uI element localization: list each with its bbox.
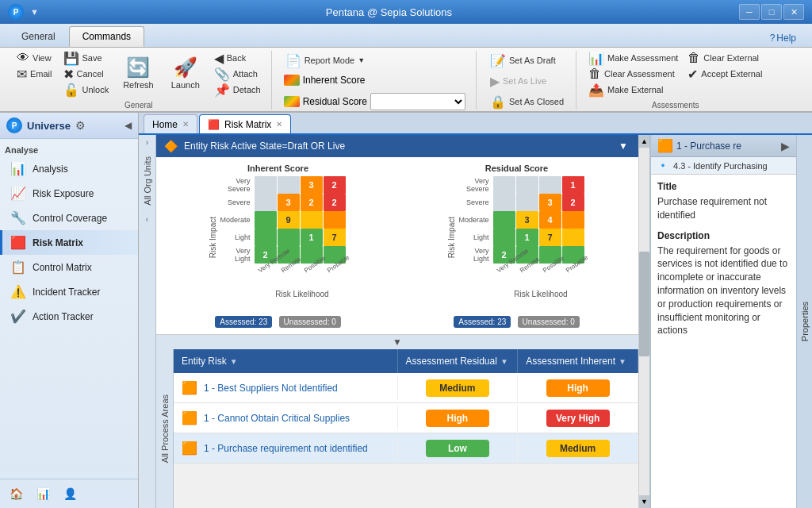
scroll-track[interactable] <box>639 148 649 495</box>
make-external-button[interactable]: 📤 Make External <box>584 83 682 97</box>
res-s-4[interactable]: 2 <box>562 194 584 211</box>
clear-assessment-button[interactable]: 🗑 Clear Assessment <box>584 67 682 81</box>
cell-s-3[interactable]: 2 <box>301 194 323 211</box>
res-s-2[interactable] <box>516 194 538 211</box>
scroll-up-button[interactable]: ▲ <box>639 135 649 148</box>
entity-name-1[interactable]: 1 - Cannot Obtain Critical Supplies <box>204 413 350 424</box>
email-button[interactable]: ✉ Email <box>13 67 56 81</box>
accept-external-button[interactable]: ✔ Accept External <box>684 67 766 81</box>
cell-vs-1[interactable] <box>255 176 277 194</box>
back-button[interactable]: ◀ Back <box>210 51 265 65</box>
expand-down-icon[interactable]: ‹ <box>139 212 155 227</box>
cell-s-2[interactable]: 3 <box>278 194 300 211</box>
cell-s-4[interactable]: 2 <box>324 194 346 211</box>
close-button[interactable]: ✕ <box>783 4 804 20</box>
residual-score-select[interactable] <box>370 93 465 110</box>
cell-vs-3[interactable]: 3 <box>301 176 323 194</box>
view-button[interactable]: 👁 View <box>13 51 56 65</box>
cell-vs-4[interactable]: 2 <box>324 176 346 194</box>
sidebar-collapse-icon[interactable]: ◀ <box>124 120 132 131</box>
home-tab-close-icon[interactable]: ✕ <box>182 120 189 129</box>
maximize-button[interactable]: □ <box>761 4 782 20</box>
make-assessment-button[interactable]: 📊 Make Assessment <box>584 51 682 65</box>
th-entity-risk[interactable]: Entity Risk ▼ <box>174 349 398 373</box>
minimize-button[interactable]: ─ <box>739 4 760 20</box>
res-vs-3[interactable] <box>539 176 561 194</box>
sidebar-item-incident-tracker[interactable]: ⚠️ Incident Tracker <box>0 279 138 304</box>
detach-button[interactable]: 📌 Detach <box>210 83 265 97</box>
res-m-1[interactable] <box>493 211 515 229</box>
sidebar-logo: P <box>6 117 22 133</box>
sidebar-settings-icon[interactable]: ⚙ <box>75 119 86 132</box>
sidebar-home-icon[interactable]: 🏠 <box>5 484 27 503</box>
tab-general[interactable]: General <box>8 26 69 47</box>
matrix-expand-icon[interactable]: ▼ <box>393 337 402 348</box>
refresh-button[interactable]: 🔄 Refresh <box>116 51 161 95</box>
entity-name-0[interactable]: 1 - Best Suppliers Not Identified <box>204 383 338 394</box>
cell-s-1[interactable] <box>255 194 277 211</box>
report-mode-button[interactable]: 📄 Report Mode ▼ <box>280 51 371 70</box>
sidebar-item-analysis[interactable]: 📊 Analysis <box>0 156 138 181</box>
res-m-3[interactable]: 4 <box>539 211 561 229</box>
set-as-closed-button[interactable]: 🔒 Set As Closed <box>485 92 569 111</box>
cell-vs-2[interactable] <box>278 176 300 194</box>
tab-commands[interactable]: Commands <box>69 26 144 47</box>
res-l-2[interactable]: 1 <box>516 229 538 246</box>
scroll-thumb[interactable] <box>639 252 649 356</box>
cell-m-4[interactable] <box>324 211 346 229</box>
res-s-1[interactable] <box>493 194 515 211</box>
properties-expand-button[interactable]: ▶ <box>781 140 790 152</box>
risk-matrix-tab-close-icon[interactable]: ✕ <box>276 120 282 129</box>
set-as-draft-button[interactable]: 📝 Set As Draft <box>485 51 561 70</box>
cell-m-2[interactable]: 9 <box>278 211 300 229</box>
cell-l-4[interactable]: 7 <box>324 229 346 246</box>
save-button[interactable]: 💾 Save <box>59 51 113 65</box>
residual-x-labels: Very Remote Remote Possible Probable <box>496 265 587 275</box>
attach-button[interactable]: 📎 Attach <box>210 67 265 81</box>
title-bar: P ▼ Pentana @ Sepia Solutions ─ □ ✕ <box>0 0 812 24</box>
cancel-button[interactable]: ✖ Cancel <box>59 67 113 81</box>
unlock-button[interactable]: 🔓 Unlock <box>59 83 113 97</box>
scroll-down-button[interactable]: ▼ <box>639 495 649 508</box>
scrollbar[interactable]: ▲ ▼ <box>638 135 649 508</box>
residual-score-button[interactable]: Residual Score <box>280 90 469 113</box>
res-s-3[interactable]: 3 <box>539 194 561 211</box>
inherent-score-button[interactable]: Inherent Score <box>280 72 370 88</box>
th-assessment-inherent[interactable]: Assessment Inherent ▼ <box>518 349 638 373</box>
sidebar-person-icon[interactable]: 👤 <box>59 484 81 503</box>
res-l-3[interactable]: 7 <box>539 229 561 246</box>
res-vs-4[interactable]: 1 <box>562 176 584 194</box>
help-button[interactable]: ? Help <box>762 29 804 47</box>
set-as-live-button[interactable]: ▶ Set As Live <box>485 71 552 90</box>
filter-expand-icon[interactable]: ▼ <box>616 139 630 153</box>
res-l-4[interactable] <box>562 229 584 246</box>
cell-m-3[interactable] <box>301 211 323 229</box>
res-l-1[interactable] <box>493 229 515 246</box>
sidebar-chart-icon[interactable]: 📊 <box>32 484 54 503</box>
sidebar-item-risk-matrix[interactable]: 🟥 Risk Matrix <box>0 230 138 255</box>
residual-y-label: Risk Impact <box>447 217 456 258</box>
expand-up-icon[interactable]: › <box>139 135 155 150</box>
th-assessment-residual[interactable]: Assessment Residual ▼ <box>398 349 519 373</box>
res-m-4[interactable] <box>562 211 584 229</box>
cell-m-1[interactable] <box>255 211 277 229</box>
res-m-2[interactable]: 3 <box>516 211 538 229</box>
properties-side-tab[interactable]: Properties <box>796 135 812 508</box>
tab-home[interactable]: Home ✕ <box>144 114 197 133</box>
cell-l-2[interactable] <box>278 229 300 246</box>
sidebar-item-control-coverage[interactable]: 🔧 Control Coverage <box>0 206 138 230</box>
cell-l-3[interactable]: 1 <box>301 229 323 246</box>
entity-name-2[interactable]: 1 - Purchase requirement not identified <box>204 443 368 454</box>
launch-button[interactable]: 🚀 Launch <box>164 51 207 95</box>
table-row[interactable]: 🟧 1 - Best Suppliers Not Identified Medi… <box>174 373 638 403</box>
sidebar-item-action-tracker[interactable]: ✔️ Action Tracker <box>0 304 138 329</box>
res-vs-1[interactable] <box>493 176 515 194</box>
sidebar-item-risk-exposure[interactable]: 📈 Risk Exposure <box>0 181 138 206</box>
tab-risk-matrix[interactable]: 🟥 Risk Matrix ✕ <box>199 114 291 133</box>
table-row[interactable]: 🟧 1 - Purchase requirement not identifie… <box>174 433 638 464</box>
table-row[interactable]: 🟧 1 - Cannot Obtain Critical Supplies Hi… <box>174 403 638 433</box>
clear-external-button[interactable]: 🗑 Clear External <box>684 51 766 65</box>
sidebar-item-control-matrix[interactable]: 📋 Control Matrix <box>0 255 138 279</box>
cell-l-1[interactable] <box>255 229 277 246</box>
res-vs-2[interactable] <box>516 176 538 194</box>
